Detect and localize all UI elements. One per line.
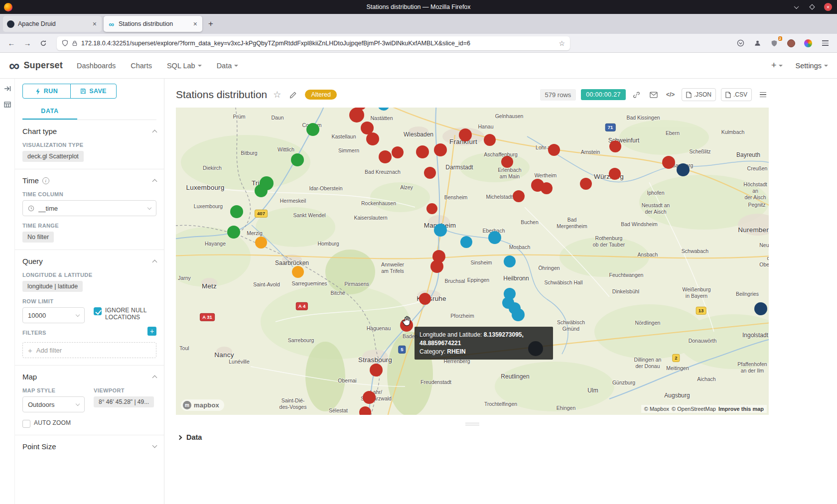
viz-type-value[interactable]: deck.gl Scatterplot [22, 151, 84, 162]
add-filter-box[interactable]: + Add filter [22, 342, 156, 358]
tab-close-icon[interactable]: × [192, 20, 198, 28]
share-link-icon[interactable] [631, 89, 643, 101]
map-data-point[interactable] [359, 406, 371, 415]
lock-icon[interactable] [72, 40, 78, 46]
shield-icon[interactable] [62, 40, 68, 46]
nav-item-charts[interactable]: Charts [131, 62, 152, 70]
map-data-point[interactable] [424, 167, 436, 179]
embed-code-icon[interactable]: </> [665, 89, 677, 101]
map-data-point[interactable] [292, 266, 304, 278]
map-canvas[interactable]: Longitude and Latitude: 8.1359273095, 48… [176, 108, 769, 415]
close-button[interactable]: × [824, 3, 832, 11]
map-data-point[interactable] [677, 163, 690, 176]
time-column-select[interactable]: __time [22, 200, 156, 216]
pinwheel-extension-icon[interactable] [803, 38, 813, 48]
superset-brand[interactable]: ∞ Superset [9, 58, 63, 73]
pocket-icon[interactable] [735, 38, 745, 48]
forward-button[interactable]: → [21, 37, 34, 50]
map-data-point[interactable] [662, 156, 675, 169]
back-button[interactable]: ← [5, 37, 18, 50]
checkbox-unchecked-icon[interactable] [22, 420, 30, 428]
avatar-extension-icon[interactable] [786, 38, 796, 48]
tab-data[interactable]: DATA [22, 104, 77, 120]
titlebar[interactable]: Stations distribution — Mozilla Firefox … [0, 0, 837, 14]
map-data-point[interactable] [459, 128, 472, 141]
reload-button[interactable] [37, 37, 50, 50]
map-data-point[interactable] [366, 132, 379, 145]
map-data-point[interactable] [580, 178, 592, 190]
map-data-point[interactable] [548, 144, 560, 156]
save-button[interactable]: SAVE [70, 84, 117, 99]
section-point-size-header[interactable]: Point Size [22, 442, 156, 451]
map-data-point[interactable] [488, 231, 501, 244]
lonlat-value[interactable]: longitude | latitude [22, 281, 83, 292]
section-map-header[interactable]: Map [22, 373, 156, 381]
map-data-point[interactable] [379, 150, 392, 163]
url-bar[interactable]: 172.18.0.4:32251/superset/explore/?form_… [57, 36, 570, 50]
favorite-star-icon[interactable]: ☆ [273, 89, 281, 100]
attribution-improve-link[interactable]: Improve this map [718, 406, 764, 412]
map-data-point[interactable] [609, 168, 621, 180]
minimize-button[interactable] [792, 3, 800, 11]
run-button[interactable]: RUN [22, 84, 71, 99]
map-data-point[interactable] [363, 391, 376, 404]
map-data-point[interactable] [754, 302, 767, 315]
map-data-point[interactable] [609, 140, 621, 152]
export-json-button[interactable]: .JSON [682, 88, 716, 101]
map-data-point[interactable] [255, 184, 268, 197]
chart-menu-button[interactable] [757, 89, 769, 101]
altered-badge[interactable]: Altered [305, 90, 337, 100]
dataset-grid-icon[interactable] [3, 101, 11, 109]
map-data-point[interactable] [434, 143, 447, 156]
nav-item-sql-lab[interactable]: SQL Lab [167, 62, 202, 70]
map-data-point[interactable] [227, 226, 240, 239]
maximize-button[interactable] [808, 3, 816, 11]
viewport-value[interactable]: 8° 46' 45.28" | 49... [94, 396, 154, 407]
add-filter-plus-button[interactable]: + [147, 327, 156, 336]
map-data-point[interactable] [392, 146, 404, 158]
section-chart-type-header[interactable]: Chart type [22, 127, 156, 135]
expand-panel-icon[interactable] [3, 85, 11, 93]
settings-menu[interactable]: Settings [796, 62, 828, 70]
url-text[interactable]: 172.18.0.4:32251/superset/explore/?form_… [81, 40, 555, 47]
edit-properties-icon[interactable] [287, 89, 299, 101]
auto-zoom-checkbox-row[interactable]: AUTO ZOOM [22, 419, 85, 428]
map-data-point[interactable] [419, 293, 431, 305]
tab-close-icon[interactable]: × [92, 20, 98, 28]
account-icon[interactable] [752, 38, 762, 48]
map-data-point[interactable] [430, 260, 443, 273]
email-icon[interactable] [648, 89, 660, 101]
map-style-select[interactable]: Outdoors [22, 396, 85, 412]
attribution-mapbox[interactable]: © Mapbox [644, 406, 669, 412]
tab-apache-druid[interactable]: Apache Druid × [3, 16, 102, 32]
map-data-point[interactable] [306, 123, 319, 136]
data-panel-toggle[interactable]: Data [176, 431, 769, 441]
row-limit-select[interactable]: 10000 [22, 307, 85, 323]
tab-stations-distribution[interactable]: ∞ Stations distribution × [104, 16, 202, 32]
ignore-null-checkbox-row[interactable]: IGNORE NULL LOCATIONS [94, 307, 156, 321]
map-data-point[interactable] [370, 364, 383, 377]
map-data-point[interactable] [291, 153, 304, 166]
menu-button[interactable] [820, 38, 830, 48]
map-data-point[interactable] [484, 134, 496, 146]
map-data-point[interactable] [513, 190, 525, 202]
map-data-point[interactable] [416, 145, 429, 158]
nav-item-dashboards[interactable]: Dashboards [77, 62, 116, 70]
map-data-point[interactable] [501, 156, 513, 168]
extension-badge-icon[interactable]: 2 [769, 38, 779, 48]
map-data-point[interactable] [230, 205, 243, 218]
mapbox-logo[interactable]: m mapbox [181, 399, 224, 411]
map-data-point[interactable] [434, 224, 447, 237]
resize-grip[interactable] [176, 415, 769, 431]
map-data-point[interactable] [255, 237, 267, 249]
map-data-point[interactable] [460, 236, 472, 248]
section-query-header[interactable]: Query [22, 257, 156, 265]
export-csv-button[interactable]: .CSV [721, 88, 752, 101]
nav-item-data[interactable]: Data [217, 62, 239, 70]
map-data-point[interactable] [426, 203, 437, 214]
section-time-header[interactable]: Timei [22, 176, 156, 185]
map-data-point[interactable] [504, 255, 516, 267]
map-data-point[interactable] [541, 182, 553, 194]
time-range-value[interactable]: No filter [22, 232, 54, 243]
map-data-point[interactable] [512, 308, 525, 321]
